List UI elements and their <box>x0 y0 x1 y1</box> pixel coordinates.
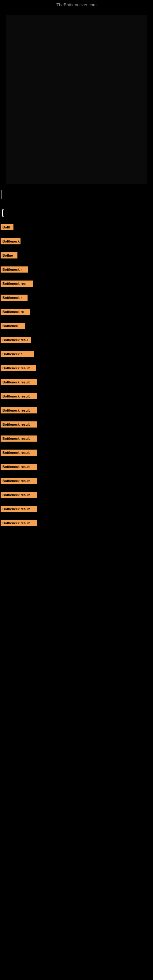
list-item: Bottl <box>0 221 153 234</box>
bottleneck-result-badge[interactable]: Bottleneck result <box>1 492 37 498</box>
bottleneck-result-badge[interactable]: Bottleneck result <box>1 379 37 385</box>
list-item: Bottleneck result <box>0 474 153 488</box>
list-item: Bottleneck result <box>0 390 153 403</box>
list-item: Bottleneck result <box>0 361 153 375</box>
list-item: Bottleneck r <box>0 263 153 276</box>
list-item: Bottleneck re <box>0 305 153 318</box>
list-item: Bottleneck r <box>0 291 153 304</box>
bottleneck-result-badge[interactable]: Bottleneck result <box>1 407 37 414</box>
list-item: Bottleneck result <box>0 516 153 530</box>
bracket-mark: [ <box>2 208 4 217</box>
list-item: Bottleneck result <box>0 488 153 502</box>
bottleneck-result-badge[interactable]: Bottleneck result <box>1 520 37 526</box>
bottleneck-result-badge[interactable]: Bottleneck result <box>1 506 37 512</box>
list-item: Botlne <box>0 249 153 262</box>
results-section: BottlBottleneckBotlneBottleneck rBottlen… <box>0 221 153 530</box>
list-item: Bottleneck res <box>0 277 153 290</box>
chart-area <box>0 6 153 184</box>
list-item: Bottleneck result <box>0 460 153 474</box>
bottleneck-result-badge[interactable]: Bottleneck r <box>1 351 34 357</box>
bottleneck-result-badge[interactable]: Bottleneck result <box>1 464 37 470</box>
bottleneck-result-badge[interactable]: Bottleneck <box>1 238 21 244</box>
list-item: Bottleneck result <box>0 375 153 389</box>
bottleneck-result-badge[interactable]: Bottleneck result <box>1 422 37 428</box>
list-item: Bottleneck result <box>0 502 153 516</box>
bottleneck-result-badge[interactable]: Bottleneck r <box>1 294 27 301</box>
bottleneck-result-badge[interactable]: Bottleneck result <box>1 450 37 456</box>
bottleneck-result-badge[interactable]: Botlne <box>1 252 18 258</box>
bottleneck-result-badge[interactable]: Bottleneck result <box>1 393 37 399</box>
list-item: Bottleneck <box>0 235 153 248</box>
bottleneck-result-badge[interactable]: Bottlenec <box>1 323 25 329</box>
list-item: Bottleneck result <box>0 432 153 445</box>
bottleneck-result-badge[interactable]: Bottleneck result <box>1 436 37 442</box>
bottleneck-result-badge[interactable]: Bottleneck re <box>1 309 30 315</box>
bottleneck-result-badge[interactable]: Bottl <box>1 224 13 230</box>
list-item: Bottlenec <box>0 319 153 332</box>
cursor-indicator <box>2 190 2 199</box>
list-item: Bottleneck r <box>0 347 153 361</box>
bottleneck-result-badge[interactable]: Bottleneck result <box>1 478 37 484</box>
graph-container <box>6 15 147 184</box>
list-item: Bottleneck result <box>0 418 153 431</box>
bottleneck-result-badge[interactable]: Bottleneck result <box>1 365 36 371</box>
list-item: Bottleneck resu <box>0 333 153 347</box>
bottleneck-result-badge[interactable]: Bottleneck r <box>1 266 28 272</box>
bottleneck-result-badge[interactable]: Bottleneck res <box>1 280 33 286</box>
list-item: Bottleneck result <box>0 446 153 460</box>
list-item: Bottleneck result <box>0 404 153 417</box>
bottleneck-result-badge[interactable]: Bottleneck resu <box>1 337 31 343</box>
